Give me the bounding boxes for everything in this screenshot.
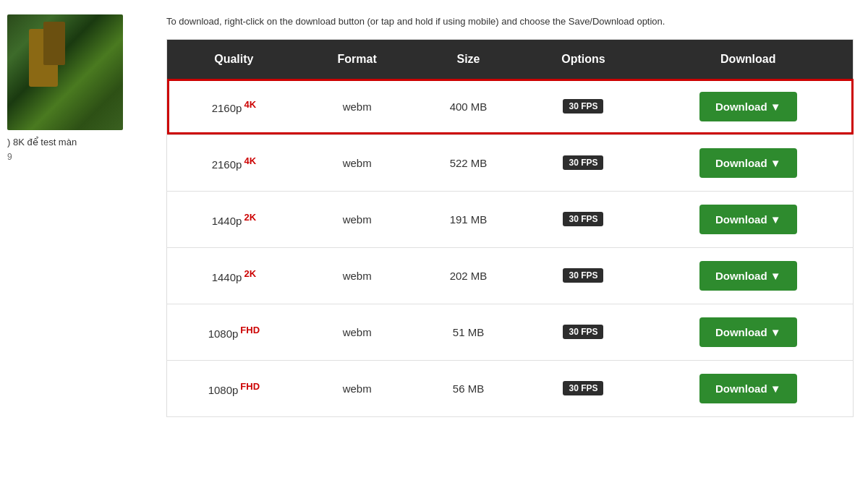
quality-cell: 2160p4K [167,79,301,135]
quality-badge: 4K [244,155,256,166]
quality-cell: 1080pFHD [167,304,301,360]
fps-badge: 30 FPS [563,99,603,114]
quality-cell: 1080pFHD [167,360,301,416]
size-cell: 522 MB [414,134,524,191]
table-row: 1440p2Kwebm191 MB30 FPSDownload ▼ [167,191,854,247]
fps-badge: 30 FPS [563,155,603,170]
video-thumbnail [7,14,123,130]
sidebar: ) 8K để test màn 9 [0,7,159,424]
main-content: To download, right-click on the download… [159,7,868,424]
download-button[interactable]: Download ▼ [699,92,797,121]
quality-cell: 1440p2K [167,191,301,247]
download-cell: Download ▼ [644,191,854,247]
video-subtitle: 9 [7,152,152,162]
download-cell: Download ▼ [644,304,854,360]
quality-value: 1440p [212,215,242,227]
col-quality: Quality [167,39,301,79]
col-options: Options [523,39,643,79]
quality-value: 1440p [212,271,242,283]
download-button[interactable]: Download ▼ [699,374,797,403]
table-row: 1080pFHDwebm56 MB30 FPSDownload ▼ [167,360,854,416]
download-button[interactable]: Download ▼ [699,317,797,347]
quality-badge: 4K [244,99,256,110]
fps-badge: 30 FPS [563,381,603,395]
format-cell: webm [301,304,414,360]
table-row: 2160p4Kwebm522 MB30 FPSDownload ▼ [167,134,854,191]
instruction-text: To download, right-click on the download… [166,14,854,29]
download-cell: Download ▼ [644,247,854,304]
quality-cell: 1440p2K [167,247,301,304]
download-cell: Download ▼ [644,134,854,191]
format-cell: webm [301,360,414,416]
table-row: 2160p4Kwebm400 MB30 FPSDownload ▼ [167,79,854,135]
download-cell: Download ▼ [644,79,854,135]
quality-badge: 2K [244,268,256,279]
quality-value: 2160p [212,102,242,114]
quality-value: 1080p [208,384,239,396]
video-title: ) 8K để test màn [7,136,152,149]
format-cell: webm [301,247,414,304]
download-table: Quality Format Size Options Download 216… [166,39,854,417]
options-cell: 30 FPS [523,247,643,304]
quality-badge: FHD [240,325,260,335]
col-format: Format [301,39,414,79]
download-button[interactable]: Download ▼ [699,148,797,178]
col-download: Download [644,39,854,79]
quality-value: 1080p [208,328,239,340]
size-cell: 191 MB [414,191,524,247]
format-cell: webm [301,191,414,247]
download-button[interactable]: Download ▼ [699,205,797,234]
table-row: 1080pFHDwebm51 MB30 FPSDownload ▼ [167,304,854,360]
size-cell: 51 MB [414,304,524,360]
options-cell: 30 FPS [523,304,643,360]
size-cell: 56 MB [414,360,524,416]
format-cell: webm [301,134,414,191]
download-button[interactable]: Download ▼ [699,261,797,291]
fps-badge: 30 FPS [563,268,603,283]
options-cell: 30 FPS [523,191,643,247]
size-cell: 202 MB [414,247,524,304]
format-cell: webm [301,79,414,135]
quality-value: 2160p [212,158,242,171]
download-cell: Download ▼ [644,360,854,416]
options-cell: 30 FPS [523,360,643,416]
fps-badge: 30 FPS [563,325,603,339]
fps-badge: 30 FPS [563,212,603,226]
options-cell: 30 FPS [523,134,643,191]
quality-badge: 2K [244,212,256,223]
options-cell: 30 FPS [523,79,643,135]
table-row: 1440p2Kwebm202 MB30 FPSDownload ▼ [167,247,854,304]
table-header-row: Quality Format Size Options Download [167,39,854,79]
quality-badge: FHD [240,381,260,392]
size-cell: 400 MB [414,79,524,135]
quality-cell: 2160p4K [167,134,301,191]
col-size: Size [414,39,524,79]
